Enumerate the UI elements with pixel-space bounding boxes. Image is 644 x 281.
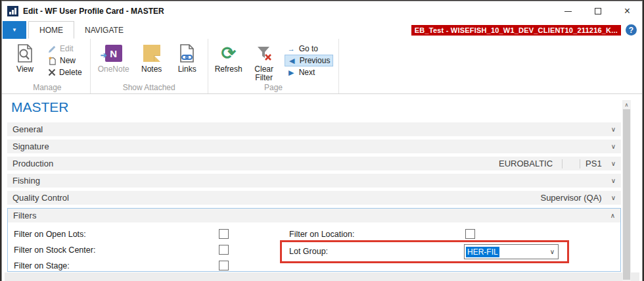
refresh-icon: ⟳ xyxy=(221,45,236,63)
section-fishing[interactable]: Fishing ∨ xyxy=(7,174,621,188)
chevron-down-icon[interactable]: ∨ xyxy=(611,126,616,133)
previous-button[interactable]: ◀ Previous xyxy=(285,55,334,66)
page-content: MASTER General ∨ Signature ∨ Production … xyxy=(2,94,642,281)
filter-open-lots-checkbox[interactable] xyxy=(219,229,229,239)
previous-arrow-icon: ◀ xyxy=(288,57,296,65)
edit-button[interactable]: Edit xyxy=(45,43,85,55)
onenote-icon: N➔ xyxy=(105,42,122,64)
onenote-button[interactable]: N➔ OneNote xyxy=(96,41,131,74)
ribbon: View Edit xyxy=(2,39,642,94)
filter-stock-center-label: Filter on Stock Center: xyxy=(14,245,95,255)
section-filters-header[interactable]: Filters ∧ xyxy=(8,209,620,222)
notes-icon xyxy=(143,45,160,62)
filter-stage-label: Filter on Stage: xyxy=(14,261,70,270)
next-button[interactable]: ▶ Next xyxy=(285,66,334,78)
minimize-button[interactable] xyxy=(553,1,583,21)
section-quality-control[interactable]: Quality Control Supervisor (QA) ∨ xyxy=(7,191,621,205)
minimize-icon xyxy=(564,11,572,12)
ribbon-group-manage: View Edit xyxy=(5,39,91,93)
tab-home[interactable]: HOME xyxy=(28,21,74,39)
production-summary-value: PS1 xyxy=(586,159,602,168)
scrollbar-up-icon[interactable]: ∧ xyxy=(622,100,631,109)
filter-stage-checkbox[interactable] xyxy=(219,261,229,270)
section-general[interactable]: General ∨ xyxy=(7,122,621,136)
delete-button[interactable]: Delete xyxy=(45,66,85,78)
application-menu-button[interactable]: ▼ xyxy=(3,21,26,39)
filters-body: Filter on Open Lots: Filter on Stock Cen… xyxy=(8,222,620,271)
chevron-down-icon[interactable]: ∨ xyxy=(550,248,557,255)
filter-stock-center-checkbox[interactable] xyxy=(219,245,229,255)
app-logo-icon xyxy=(7,6,18,16)
ribbon-tab-row: ▼ HOME NAVIGATE EB_Test - WISEFISH_10_W1… xyxy=(2,21,642,39)
group-label-manage: Manage xyxy=(5,83,90,92)
view-button[interactable]: View xyxy=(10,41,40,74)
filter-location-label: Filter on Location: xyxy=(289,230,354,239)
clear-filter-button[interactable]: Clear Filter xyxy=(249,41,279,82)
ribbon-group-show-attached: N➔ OneNote Notes xyxy=(91,39,208,93)
help-button[interactable]: ? xyxy=(626,24,637,36)
filter-open-lots-label: Filter on Open Lots: xyxy=(14,230,86,239)
group-label-show-attached: Show Attached xyxy=(91,83,208,92)
vertical-scrollbar[interactable]: ∧ xyxy=(622,100,631,281)
lot-group-label: Lot Group: xyxy=(289,247,328,256)
window-title: Edit - WF User Profile Card - MASTER xyxy=(23,7,164,16)
title-bar: Edit - WF User Profile Card - MASTER × xyxy=(2,1,642,21)
refresh-button[interactable]: ⟳ Refresh xyxy=(214,41,244,74)
clear-filter-icon xyxy=(256,42,273,64)
app-menu-arrow-icon: ▼ xyxy=(12,27,17,33)
chevron-down-icon[interactable]: ∨ xyxy=(611,177,616,184)
chevron-down-icon[interactable]: ∨ xyxy=(611,143,616,150)
group-label-page: Page xyxy=(208,83,339,92)
session-badge: EB_Test - WISEFISH_10_W1_DEV_CLIENT10_21… xyxy=(411,25,621,36)
section-filters-panel: Filters ∧ Filter on Open Lots: Filter on… xyxy=(7,208,621,272)
pencil-icon xyxy=(48,45,57,53)
next-arrow-icon: ▶ xyxy=(287,68,296,77)
close-button[interactable]: × xyxy=(612,1,642,21)
lot-group-combobox[interactable]: HER-FIL ∨ xyxy=(464,244,559,259)
scrollbar-thumb[interactable] xyxy=(623,109,630,280)
page-title: MASTER xyxy=(11,99,69,115)
tab-navigate[interactable]: NAVIGATE xyxy=(74,21,134,39)
filter-location-checkbox[interactable] xyxy=(465,229,475,239)
chevron-down-icon[interactable]: ∨ xyxy=(611,160,616,167)
delete-x-icon xyxy=(48,68,56,76)
lot-group-value: HER-FIL xyxy=(466,247,499,257)
chevron-down-icon[interactable]: ∨ xyxy=(611,194,616,201)
links-icon xyxy=(179,42,196,64)
app-window: Edit - WF User Profile Card - MASTER × ▼… xyxy=(1,1,643,281)
links-button[interactable]: Links xyxy=(172,41,202,74)
notes-button[interactable]: Notes xyxy=(137,41,167,74)
view-icon xyxy=(16,42,34,64)
new-button[interactable]: New xyxy=(45,55,85,66)
section-production[interactable]: Production EUROBALTIC PS1 ∨ xyxy=(7,157,621,170)
section-signature[interactable]: Signature ∨ xyxy=(7,140,621,153)
production-summary-value: EUROBALTIC xyxy=(499,159,553,168)
goto-arrow-icon: → xyxy=(287,45,296,53)
goto-button[interactable]: → Go to xyxy=(285,43,334,55)
chevron-up-icon[interactable]: ∧ xyxy=(610,212,615,219)
maximize-icon xyxy=(595,8,601,14)
maximize-button[interactable] xyxy=(583,1,612,21)
ribbon-group-page: ⟳ Refresh Clear Filter → Go to xyxy=(208,39,340,93)
quality-control-summary-value: Supervisor (QA) xyxy=(540,193,601,203)
new-page-icon xyxy=(48,56,57,65)
next-section-strip xyxy=(5,272,639,281)
